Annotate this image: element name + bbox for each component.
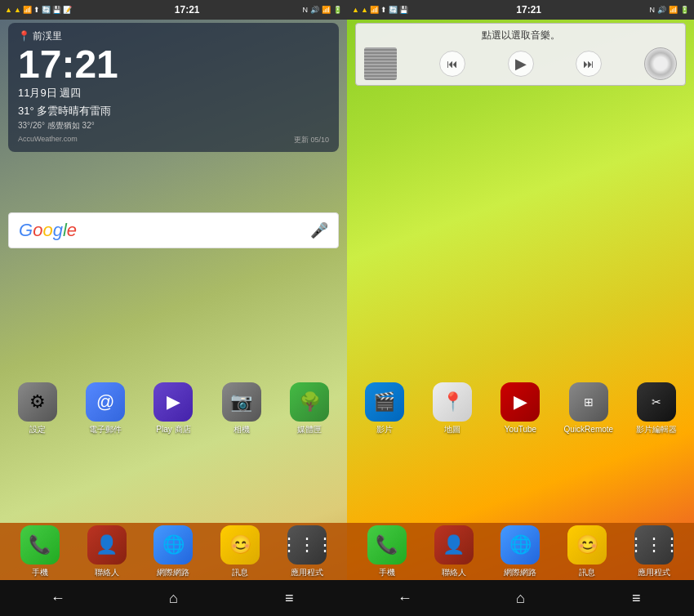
right-status-bar: ▲ ▲ 📶 ⬆ 🔄 💾 17:21 N 🔊 📶 🔋 — [347, 0, 694, 20]
msg-label: 訊息 — [232, 568, 248, 578]
right-app-row: 🎬 影片 📍 地圖 ▶ YouTube ⊞ QuickRemote ✂ 影片編輯… — [347, 376, 694, 441]
r-contacts-icon: 👤 — [434, 525, 474, 565]
home-btn[interactable]: ⌂ — [153, 590, 194, 607]
dock-apps[interactable]: ⋮⋮⋮ 應用程式 — [278, 525, 336, 578]
play-label: Play 商店 — [156, 425, 190, 435]
email-icon: @ — [86, 382, 125, 422]
weather-footer: AccuWeather.com 更新 05/10 — [18, 135, 329, 145]
contacts-label: 聯絡人 — [95, 568, 119, 578]
app-camera[interactable]: 📷 相機 — [213, 382, 270, 435]
cd-graphic — [644, 47, 677, 80]
play-btn[interactable]: ▶ — [508, 51, 534, 77]
weather-source: AccuWeather.com — [18, 135, 78, 145]
r-apps-icon: ⋮⋮⋮ — [634, 525, 674, 565]
app-settings[interactable]: ⚙ 設定 — [9, 382, 66, 435]
left-nav-bar: ← ⌂ ≡ — [0, 580, 347, 616]
r-battery-icon: 🔋 — [680, 6, 689, 14]
dock-contacts[interactable]: 👤 聯絡人 — [78, 525, 136, 578]
volume-icon: 🔊 — [310, 6, 319, 14]
nfc-icon: N — [302, 6, 308, 14]
r-web-icon: 🌐 — [500, 525, 540, 565]
right-phone-screen: ▲ ▲ 📶 ⬆ 🔄 💾 17:21 N 🔊 📶 🔋 點選以選取音樂。 ⏮ ▶ ⏭ — [347, 0, 694, 616]
weather-desc: 31° 多雲時晴有雷雨 — [18, 104, 329, 118]
r-back-btn[interactable]: ← — [385, 590, 425, 607]
weather-date: 11月9日 週四 — [18, 86, 329, 100]
google-logo: Google — [19, 220, 77, 241]
music-title: 點選以選取音樂。 — [364, 29, 677, 42]
r-dock-msg[interactable]: 😊 訊息 — [558, 525, 616, 578]
maps-label: 地圖 — [444, 425, 460, 435]
right-right-icons: N 🔊 📶 🔋 — [649, 6, 689, 14]
left-status-bar: ▲ ▲ 📶 ⬆ 🔄 💾 📝 17:21 N 🔊 📶 🔋 — [0, 0, 347, 20]
menu-btn[interactable]: ≡ — [269, 590, 309, 607]
r-apps-label: 應用程式 — [638, 568, 670, 578]
prev-btn[interactable]: ⏮ — [439, 51, 465, 77]
media-label: 媒體匣 — [297, 425, 322, 435]
r-signal-icon: 📶 — [669, 6, 678, 14]
music-controls: ⏮ ▶ ⏭ — [364, 47, 677, 80]
dock-msg[interactable]: 😊 訊息 — [211, 525, 269, 578]
speaker-graphic — [364, 47, 397, 80]
app-maps[interactable]: 📍 地圖 — [424, 382, 481, 435]
camera-label: 相機 — [234, 425, 250, 435]
msg-icon: 😊 — [220, 525, 260, 565]
videos-icon: 🎬 — [365, 382, 404, 422]
media-icon: 🌳 — [290, 382, 329, 422]
app-play[interactable]: ▶ Play 商店 — [145, 382, 202, 435]
weather-sub: 33°/26° 感覺猶如 32° — [18, 120, 329, 132]
app-videoeditor[interactable]: ✂ 影片編輯器 — [628, 382, 685, 435]
web-label: 網際網路 — [157, 568, 189, 578]
r-home-btn[interactable]: ⌂ — [500, 590, 541, 607]
youtube-label: YouTube — [505, 425, 536, 435]
weather-location: 📍 前渓里 — [18, 29, 329, 43]
r-volume-icon: 🔊 — [657, 6, 666, 14]
maps-icon: 📍 — [433, 382, 472, 422]
r-nfc-icon: N — [649, 6, 655, 14]
r-save-icon: 💾 — [399, 6, 408, 14]
email-label: 電子郵件 — [89, 425, 122, 435]
camera-icon: 📷 — [222, 382, 261, 422]
r-dock-contacts[interactable]: 👤 聯絡人 — [425, 525, 483, 578]
r-msg-icon: 😊 — [567, 525, 607, 565]
app-videos[interactable]: 🎬 影片 — [356, 382, 413, 435]
r-menu-btn[interactable]: ≡ — [616, 590, 656, 607]
dock-web[interactable]: 🌐 網際網路 — [145, 525, 202, 578]
r-dock-apps[interactable]: ⋮⋮⋮ 應用程式 — [625, 525, 683, 578]
note-icon: 📝 — [63, 6, 72, 14]
left-dock: 📞 手機 👤 聯絡人 🌐 網際網路 😊 訊息 ⋮⋮⋮ 應用程式 — [0, 523, 347, 580]
left-right-icons: N 🔊 📶 🔋 — [302, 6, 342, 14]
web-icon: 🌐 — [153, 525, 193, 565]
app-quickremote[interactable]: ⊞ QuickRemote — [560, 382, 617, 435]
r-phone-label: 手機 — [379, 568, 395, 578]
app-media[interactable]: 🌳 媒體匣 — [281, 382, 338, 435]
quickremote-label: QuickRemote — [564, 425, 614, 435]
right-time: 17:21 — [516, 4, 541, 16]
settings-icon: ⚙ — [18, 382, 57, 422]
r-upload-icon: ⬆ — [380, 6, 387, 14]
r-wifi-icon: 📶 — [370, 6, 379, 14]
back-btn[interactable]: ← — [38, 590, 78, 607]
sync-icon: 🔄 — [42, 6, 51, 14]
app-youtube[interactable]: ▶ YouTube — [492, 382, 549, 435]
r-warn-icon: ▲ — [352, 6, 359, 14]
quickremote-icon: ⊞ — [569, 382, 608, 422]
r-web-label: 網際網路 — [504, 568, 536, 578]
dock-phone[interactable]: 📞 手機 — [11, 525, 69, 578]
youtube-icon: ▶ — [500, 382, 540, 422]
contacts-icon: 👤 — [87, 525, 127, 565]
weather-condition: 多雲時晴有雷雨 — [37, 105, 111, 117]
r-dock-web[interactable]: 🌐 網際網路 — [492, 525, 549, 578]
wifi-icon: 📶 — [23, 6, 32, 14]
left-status-icons: ▲ ▲ 📶 ⬆ 🔄 💾 📝 — [5, 6, 72, 14]
r-dock-phone[interactable]: 📞 手機 — [358, 525, 416, 578]
music-widget: 點選以選取音樂。 ⏮ ▶ ⏭ — [355, 23, 686, 86]
mic-icon[interactable]: 🎤 — [310, 221, 328, 239]
app-email[interactable]: @ 電子郵件 — [77, 382, 134, 435]
r-sync-icon: 🔄 — [389, 6, 398, 14]
apps-icon: ⋮⋮⋮ — [287, 525, 327, 565]
next-btn[interactable]: ⏭ — [576, 51, 602, 77]
battery-icon: 🔋 — [333, 6, 342, 14]
google-search-bar[interactable]: Google 🎤 — [8, 212, 339, 248]
videoeditor-icon: ✂ — [637, 382, 676, 422]
weather-widget: 📍 前渓里 17:21 11月9日 週四 31° 多雲時晴有雷雨 33°/26°… — [8, 23, 339, 152]
